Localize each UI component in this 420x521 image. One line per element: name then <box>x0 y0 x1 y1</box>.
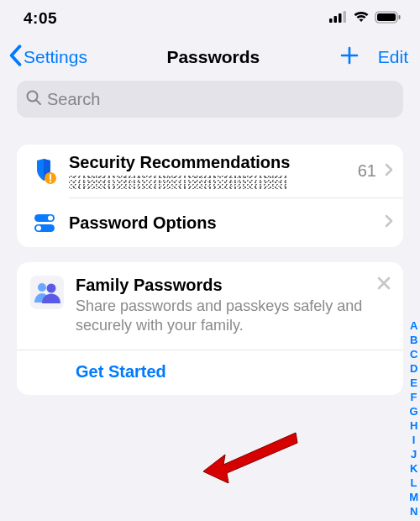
get-started-button[interactable]: Get Started <box>76 362 166 381</box>
svg-marker-17 <box>203 433 297 483</box>
annotation-arrow <box>202 424 302 483</box>
index-letter[interactable]: I <box>412 434 416 447</box>
content: Security Recommendations 61 <box>0 124 420 395</box>
svg-rect-2 <box>339 13 342 23</box>
svg-rect-5 <box>377 13 396 21</box>
search-icon <box>25 89 42 109</box>
index-letter[interactable]: K <box>410 462 417 476</box>
toggles-icon <box>30 210 59 235</box>
plus-icon <box>339 45 360 66</box>
search-input[interactable] <box>47 90 395 109</box>
battery-icon <box>375 11 402 27</box>
svg-rect-1 <box>334 16 338 23</box>
security-recommendations-row[interactable]: Security Recommendations 61 <box>17 145 403 198</box>
index-letter[interactable]: L <box>411 476 417 490</box>
security-title: Security Recommendations <box>69 153 358 172</box>
nav-bar: Settings Passwords Edit <box>0 37 420 81</box>
status-bar: 4:05 <box>0 0 420 37</box>
shield-warning-icon <box>30 158 59 185</box>
nav-back-label: Settings <box>24 47 87 67</box>
edit-button[interactable]: Edit <box>378 47 408 67</box>
security-count: 61 <box>358 161 376 181</box>
svg-point-16 <box>47 284 56 293</box>
nav-back-button[interactable]: Settings <box>7 45 87 70</box>
index-letter[interactable]: E <box>410 376 417 390</box>
add-button[interactable] <box>339 45 360 70</box>
index-letter[interactable]: B <box>410 334 417 347</box>
family-icon <box>30 276 64 309</box>
search-field[interactable] <box>17 81 403 118</box>
index-letter[interactable]: F <box>411 391 417 404</box>
status-time: 4:05 <box>24 9 57 28</box>
close-icon <box>376 274 391 295</box>
svg-point-14 <box>36 226 41 231</box>
search-wrap <box>0 81 420 124</box>
options-title: Password Options <box>69 213 385 233</box>
family-description: Share passwords and passkeys safely and … <box>76 297 390 336</box>
index-jump-bar[interactable]: ABCDEFGHIJKLMN <box>409 319 420 518</box>
index-letter[interactable]: D <box>410 362 417 376</box>
nav-actions: Edit <box>339 45 408 70</box>
security-options-card: Security Recommendations 61 <box>17 145 403 247</box>
index-letter[interactable]: N <box>410 505 417 518</box>
index-letter[interactable]: H <box>410 419 417 433</box>
svg-point-7 <box>28 92 38 102</box>
cellular-icon <box>329 11 348 26</box>
status-icons <box>329 11 402 27</box>
family-title: Family Passwords <box>76 276 390 295</box>
index-letter[interactable]: G <box>410 405 418 418</box>
svg-line-8 <box>37 101 41 105</box>
chevron-right-icon <box>385 214 393 231</box>
svg-rect-3 <box>344 11 347 23</box>
close-button[interactable] <box>376 274 391 296</box>
password-options-row[interactable]: Password Options <box>17 198 403 247</box>
wifi-icon <box>353 11 370 26</box>
svg-point-15 <box>38 283 46 292</box>
chevron-right-icon <box>385 163 393 180</box>
family-passwords-card: Family Passwords Share passwords and pas… <box>17 262 403 395</box>
svg-rect-0 <box>329 18 333 23</box>
security-subtitle-redacted <box>69 174 358 189</box>
index-letter[interactable]: J <box>411 448 417 461</box>
index-letter[interactable]: M <box>409 491 418 504</box>
index-letter[interactable]: A <box>410 319 417 333</box>
page-title: Passwords <box>166 47 260 67</box>
svg-rect-6 <box>399 15 401 19</box>
index-letter[interactable]: C <box>410 348 417 361</box>
family-passwords-body: Family Passwords Share passwords and pas… <box>17 262 403 350</box>
chevron-left-icon <box>7 45 24 70</box>
svg-point-10 <box>50 181 51 182</box>
svg-point-12 <box>48 216 53 221</box>
family-action-row: Get Started <box>17 350 403 395</box>
